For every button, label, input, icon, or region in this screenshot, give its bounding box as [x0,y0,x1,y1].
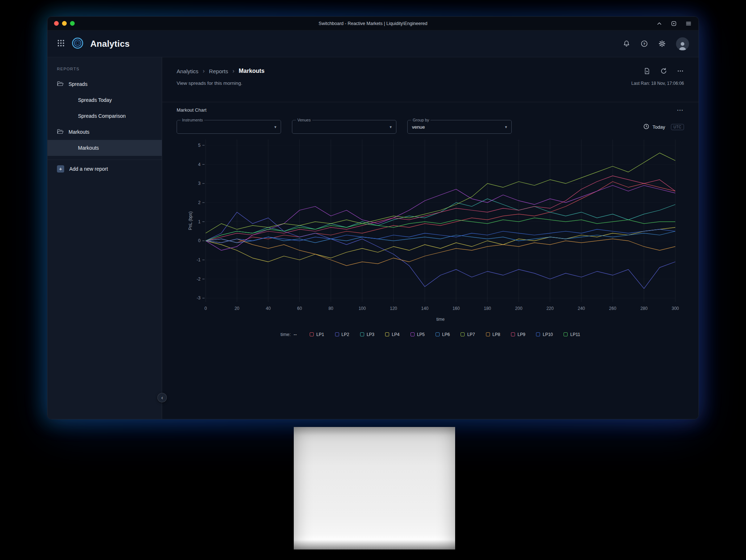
svg-text:80: 80 [329,306,334,311]
today-label: Today [652,124,665,130]
svg-text:300: 300 [672,306,679,311]
sidebar-collapse-button[interactable]: ‹ [157,393,167,402]
svg-text:60: 60 [297,306,302,311]
svg-text:20: 20 [235,306,240,311]
sidebar-item-markouts[interactable]: Markouts [48,140,162,156]
sidebar-item-label: Markouts [69,129,90,135]
legend-item-lp7[interactable]: LP7 [461,332,475,337]
add-report-button[interactable]: + Add a new report [48,159,162,178]
legend-label: LP3 [367,332,374,337]
legend-item-lp8[interactable]: LP8 [486,332,500,337]
svg-text:200: 200 [515,306,522,311]
legend-item-lp4[interactable]: LP4 [385,332,399,337]
chart-panel-title: Markout Chart [177,107,206,113]
titlebar: Switchboard - Reactive Markets | Liquidi… [48,17,698,30]
sidebar-item-markouts-folder[interactable]: Markouts [48,124,162,140]
extension-icon[interactable] [671,20,677,27]
app-logo-icon [71,37,84,51]
chevron-down-icon: ▾ [390,125,392,129]
sidebar-item-spreads[interactable]: Spreads [48,76,162,92]
today-button[interactable]: Today [643,123,665,131]
zoom-window-button[interactable] [70,21,75,26]
legend-label: LP11 [570,332,580,337]
legend-item-lp9[interactable]: LP9 [511,332,525,337]
svg-text:PnL (bps): PnL (bps) [188,211,193,230]
breadcrumb-analytics[interactable]: Analytics [177,68,198,74]
legend-swatch [411,332,415,336]
more-options-icon[interactable] [677,67,684,75]
legend-item-lp5[interactable]: LP5 [411,332,425,337]
legend-label: LP8 [492,332,500,337]
plus-icon: + [57,165,64,173]
legend-item-lp1[interactable]: LP1 [310,332,324,337]
svg-text:1: 1 [198,219,201,224]
instruments-select[interactable]: Instruments ▾ [177,120,281,134]
clock-icon [643,123,650,131]
venues-select[interactable]: Venues ▾ [292,120,396,134]
legend-item-lp10[interactable]: LP10 [536,332,553,337]
legend-item-lp3[interactable]: LP3 [360,332,374,337]
breadcrumb: Analytics › Reports › Markouts [177,67,684,75]
legend-label: LP1 [316,332,324,337]
svg-text:240: 240 [578,306,585,311]
svg-text:-3: -3 [197,295,201,300]
legend-swatch [536,332,540,336]
notifications-bell-icon[interactable] [623,40,630,47]
legend-swatch [335,332,339,336]
breadcrumb-markouts: Markouts [239,68,264,74]
svg-text:5: 5 [198,143,201,148]
svg-text:160: 160 [453,306,460,311]
traffic-lights [54,21,75,26]
menu-icon[interactable] [685,20,692,27]
chart-more-options-icon[interactable]: ⋯ [677,108,684,112]
chart-legend: time: -- LP1LP2LP3LP4LP5LP6LP7LP8LP9LP10… [177,332,684,337]
legend-swatch [436,332,440,336]
svg-text:2: 2 [198,200,201,205]
chevron-right-icon: › [232,68,234,74]
legend-label: LP9 [518,332,525,337]
legend-label: LP6 [442,332,450,337]
export-report-icon[interactable] [643,67,651,75]
svg-text:3: 3 [198,181,201,186]
chevron-right-icon: › [203,68,205,74]
svg-text:?: ? [643,42,646,46]
group-by-select[interactable]: Group by venue ▾ [407,120,512,134]
legend-swatch [461,332,465,336]
settings-gear-icon[interactable] [658,40,666,47]
legend-item-lp2[interactable]: LP2 [335,332,349,337]
app-launcher-icon[interactable] [57,39,65,49]
legend-swatch [486,332,490,336]
svg-text:-2: -2 [197,277,201,282]
svg-text:220: 220 [547,306,554,311]
window-title: Switchboard - Reactive Markets | Liquidi… [319,21,428,26]
svg-text:260: 260 [609,306,616,311]
sidebar-item-spreads-comparison[interactable]: Spreads Comparison [48,108,162,124]
help-icon[interactable]: ? [640,40,648,47]
svg-text:-1: -1 [197,257,201,262]
svg-text:120: 120 [390,306,397,311]
minimize-window-button[interactable] [62,21,67,26]
sidebar-item-label: Spreads [69,81,87,87]
app-window: Switchboard - Reactive Markets | Liquidi… [47,16,699,419]
svg-text:0: 0 [198,238,201,243]
legend-swatch [360,332,364,336]
close-window-button[interactable] [54,21,59,26]
folder-icon [57,81,63,88]
group-by-select-label: Group by [411,118,430,122]
sidebar: REPORTS Spreads Spreads Today Spreads Co… [48,57,162,419]
legend-swatch [310,332,314,336]
refresh-icon[interactable] [660,67,667,75]
breadcrumb-reports[interactable]: Reports [209,68,228,74]
markout-chart-panel: Markout Chart ⋯ Instruments ▾ Venues ▾ [162,102,698,337]
utc-toggle[interactable]: UTC [671,124,684,130]
legend-label: LP7 [467,332,475,337]
sidebar-item-label: Markouts [78,145,99,151]
sidebar-item-spreads-today[interactable]: Spreads Today [48,92,162,108]
user-avatar[interactable] [676,37,689,50]
legend-item-lp6[interactable]: LP6 [436,332,450,337]
sidebar-item-label: Add a new report [69,166,108,172]
legend-label: LP4 [392,332,399,337]
chevron-up-icon[interactable] [656,20,663,27]
legend-label: LP10 [543,332,553,337]
legend-item-lp11[interactable]: LP11 [564,332,580,337]
